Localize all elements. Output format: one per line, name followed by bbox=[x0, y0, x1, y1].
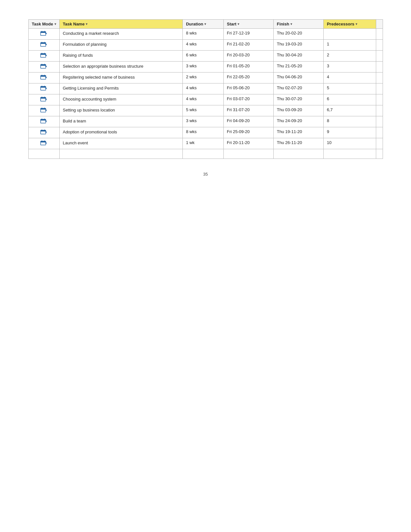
table-row[interactable]: Selection an appropriate business struct… bbox=[28, 62, 383, 73]
task-mode-cell bbox=[28, 127, 59, 138]
table-row[interactable]: Raising of funds6 wksFri 20-03-20Thu 30-… bbox=[28, 51, 383, 62]
start-cell: Fri 20-11-20 bbox=[223, 138, 273, 149]
extra-cell bbox=[376, 73, 383, 83]
th-start[interactable]: Start ▾ bbox=[223, 20, 273, 29]
start-cell: Fri 04-09-20 bbox=[223, 116, 273, 127]
duration-header-label: Duration bbox=[186, 22, 203, 26]
table-row[interactable]: Getting Licensing and Permits4 wksFri 05… bbox=[28, 83, 383, 94]
task-mode-header-label: Task Mode bbox=[32, 22, 53, 26]
start-cell: Fri 27-12-19 bbox=[223, 29, 273, 40]
th-duration[interactable]: Duration ▾ bbox=[182, 20, 223, 29]
header-row: Task Mode ▾ Task Name ▾ Duration ▾ bbox=[28, 20, 383, 29]
page-number: 35 bbox=[203, 172, 208, 177]
th-task-name[interactable]: Task Name ▾ bbox=[59, 20, 182, 29]
predecessors-cell: 1 bbox=[323, 40, 376, 51]
extra-cell bbox=[376, 138, 383, 149]
task-name-cell: Getting Licensing and Permits bbox=[59, 83, 182, 94]
svg-rect-16 bbox=[41, 64, 46, 66]
table-row[interactable]: Conducting a market research8 wksFri 27-… bbox=[28, 29, 383, 40]
svg-rect-6 bbox=[41, 43, 46, 44]
task-name-cell: Launch event bbox=[59, 138, 182, 149]
svg-marker-34 bbox=[46, 99, 47, 100]
task-mode-cell bbox=[28, 62, 59, 73]
task-name-header-label: Task Name bbox=[63, 22, 85, 26]
svg-marker-19 bbox=[46, 66, 47, 67]
predecessors-cell bbox=[323, 29, 376, 40]
duration-cell: 4 wks bbox=[182, 40, 223, 51]
start-cell: Fri 22-05-20 bbox=[223, 73, 273, 83]
duration-cell: 8 wks bbox=[182, 127, 223, 138]
task-name-cell: Choosing accounting system bbox=[59, 94, 182, 105]
svg-rect-1 bbox=[41, 32, 46, 33]
task-mode-icon bbox=[40, 118, 47, 124]
predecessors-sort-icon[interactable]: ▾ bbox=[356, 22, 357, 26]
task-mode-cell bbox=[28, 116, 59, 127]
table-row[interactable]: Setting up business location5 wksFri 31-… bbox=[28, 105, 383, 116]
duration-sort-icon[interactable]: ▾ bbox=[204, 22, 206, 26]
finish-cell: Thu 24-09-20 bbox=[273, 116, 323, 127]
table-row[interactable]: Formulation of planning4 wksFri 21-02-20… bbox=[28, 40, 383, 51]
table-row[interactable]: Build a team3 wksFri 04-09-20Thu 24-09-2… bbox=[28, 116, 383, 127]
predecessors-cell: 3 bbox=[323, 62, 376, 73]
duration-cell: 4 wks bbox=[182, 83, 223, 94]
start-cell: Fri 31-07-20 bbox=[223, 105, 273, 116]
empty-cell bbox=[59, 149, 182, 159]
task-mode-cell bbox=[28, 83, 59, 94]
start-cell: Fri 20-03-20 bbox=[223, 51, 273, 62]
extra-cell bbox=[376, 83, 383, 94]
task-mode-sort-icon[interactable]: ▾ bbox=[54, 22, 56, 26]
svg-marker-4 bbox=[46, 33, 47, 34]
finish-cell: Thu 19-03-20 bbox=[273, 40, 323, 51]
finish-cell: Thu 03-09-20 bbox=[273, 105, 323, 116]
svg-rect-36 bbox=[41, 108, 46, 110]
duration-cell: 4 wks bbox=[182, 94, 223, 105]
empty-cell bbox=[182, 149, 223, 159]
empty-cell bbox=[223, 149, 273, 159]
start-cell: Fri 25-09-20 bbox=[223, 127, 273, 138]
svg-rect-21 bbox=[41, 75, 46, 77]
extra-cell bbox=[376, 62, 383, 73]
predecessors-cell: 10 bbox=[323, 138, 376, 149]
task-name-cell: Regsitering selected name of business bbox=[59, 73, 182, 83]
extra-cell bbox=[376, 29, 383, 40]
empty-cell bbox=[376, 149, 383, 159]
table-row[interactable]: Adoption of promotional tools8 wksFri 25… bbox=[28, 127, 383, 138]
extra-cell bbox=[376, 105, 383, 116]
task-name-cell: Setting up business location bbox=[59, 105, 182, 116]
finish-sort-icon[interactable]: ▾ bbox=[290, 22, 292, 26]
th-task-mode[interactable]: Task Mode ▾ bbox=[28, 20, 59, 29]
svg-rect-46 bbox=[41, 130, 46, 131]
predecessors-cell: 6,7 bbox=[323, 105, 376, 116]
finish-cell: Thu 20-02-20 bbox=[273, 29, 323, 40]
task-name-cell: Conducting a market research bbox=[59, 29, 182, 40]
svg-marker-39 bbox=[46, 110, 47, 111]
svg-marker-54 bbox=[46, 142, 47, 144]
task-name-cell: Selection an appropriate business struct… bbox=[59, 62, 182, 73]
task-mode-cell bbox=[28, 40, 59, 51]
th-finish[interactable]: Finish ▾ bbox=[273, 20, 323, 29]
extra-cell bbox=[376, 51, 383, 62]
task-mode-cell bbox=[28, 105, 59, 116]
task-mode-icon bbox=[40, 53, 47, 58]
duration-cell: 5 wks bbox=[182, 105, 223, 116]
table-row[interactable]: Regsitering selected name of business2 w… bbox=[28, 73, 383, 83]
page-footer: 35 bbox=[6, 172, 405, 177]
finish-cell: Thu 19-11-20 bbox=[273, 127, 323, 138]
task-name-sort-icon[interactable]: ▾ bbox=[86, 22, 87, 26]
start-cell: Fri 03-07-20 bbox=[223, 94, 273, 105]
table-row[interactable]: Choosing accounting system4 wksFri 03-07… bbox=[28, 94, 383, 105]
duration-cell: 3 wks bbox=[182, 62, 223, 73]
svg-marker-24 bbox=[46, 77, 47, 78]
start-sort-icon[interactable]: ▾ bbox=[238, 22, 239, 26]
finish-cell: Thu 21-05-20 bbox=[273, 62, 323, 73]
table-row[interactable]: Launch event1 wkFri 20-11-20Thu 26-11-20… bbox=[28, 138, 383, 149]
task-name-cell: Adoption of promotional tools bbox=[59, 127, 182, 138]
svg-rect-26 bbox=[41, 86, 46, 88]
svg-marker-44 bbox=[46, 121, 47, 122]
svg-marker-49 bbox=[46, 131, 47, 133]
th-predecessors[interactable]: Predecessors ▾ bbox=[323, 20, 376, 29]
task-mode-cell bbox=[28, 73, 59, 83]
finish-cell: Thu 02-07-20 bbox=[273, 83, 323, 94]
svg-rect-41 bbox=[41, 119, 46, 121]
start-cell: Fri 05-06-20 bbox=[223, 83, 273, 94]
